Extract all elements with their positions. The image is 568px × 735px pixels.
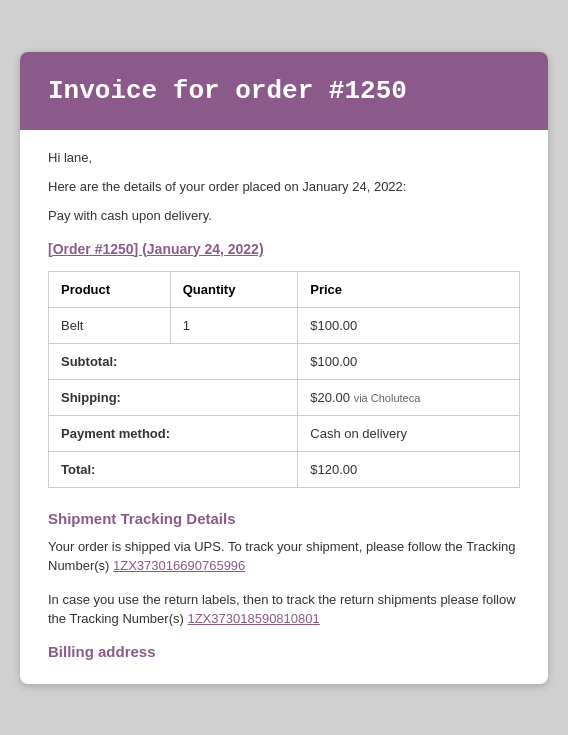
payment-label: Payment method: bbox=[49, 415, 298, 451]
shipping-row: Shipping: $20.00 via Choluteca bbox=[49, 379, 520, 415]
col-price: Price bbox=[298, 271, 520, 307]
payment-value: Cash on delivery bbox=[298, 415, 520, 451]
table-row: Belt 1 $100.00 bbox=[49, 307, 520, 343]
product-price: $100.00 bbox=[298, 307, 520, 343]
shipping-label: Shipping: bbox=[49, 379, 298, 415]
invoice-header: Invoice for order #1250 bbox=[20, 52, 548, 130]
total-row: Total: $120.00 bbox=[49, 451, 520, 487]
order-link[interactable]: [Order #1250] (January 24, 2022) bbox=[48, 241, 520, 257]
intro-text: Here are the details of your order place… bbox=[48, 179, 520, 194]
col-product: Product bbox=[49, 271, 171, 307]
col-quantity: Quantity bbox=[170, 271, 298, 307]
tracking-link-1[interactable]: 1ZX373016690765996 bbox=[113, 558, 245, 573]
order-table: Product Quantity Price Belt 1 $100.00 Su… bbox=[48, 271, 520, 488]
tracking-text-1: Your order is shipped via UPS. To track … bbox=[48, 537, 520, 576]
product-quantity: 1 bbox=[170, 307, 298, 343]
shipment-heading: Shipment Tracking Details bbox=[48, 510, 520, 527]
invoice-card: Invoice for order #1250 Hi lane, Here ar… bbox=[20, 52, 548, 684]
subtotal-label: Subtotal: bbox=[49, 343, 298, 379]
billing-heading: Billing address bbox=[48, 643, 520, 660]
pay-instruction: Pay with cash upon delivery. bbox=[48, 208, 520, 223]
tracking-text-2: In case you use the return labels, then … bbox=[48, 590, 520, 629]
tracking-link-2[interactable]: 1ZX373018590810801 bbox=[187, 611, 319, 626]
product-name: Belt bbox=[49, 307, 171, 343]
total-value: $120.00 bbox=[298, 451, 520, 487]
greeting-text: Hi lane, bbox=[48, 150, 520, 165]
shipping-value: $20.00 via Choluteca bbox=[298, 379, 520, 415]
shipping-via: via Choluteca bbox=[354, 392, 421, 404]
invoice-body: Hi lane, Here are the details of your or… bbox=[20, 130, 548, 684]
table-header-row: Product Quantity Price bbox=[49, 271, 520, 307]
invoice-title: Invoice for order #1250 bbox=[48, 76, 520, 106]
subtotal-value: $100.00 bbox=[298, 343, 520, 379]
subtotal-row: Subtotal: $100.00 bbox=[49, 343, 520, 379]
total-label: Total: bbox=[49, 451, 298, 487]
payment-row: Payment method: Cash on delivery bbox=[49, 415, 520, 451]
